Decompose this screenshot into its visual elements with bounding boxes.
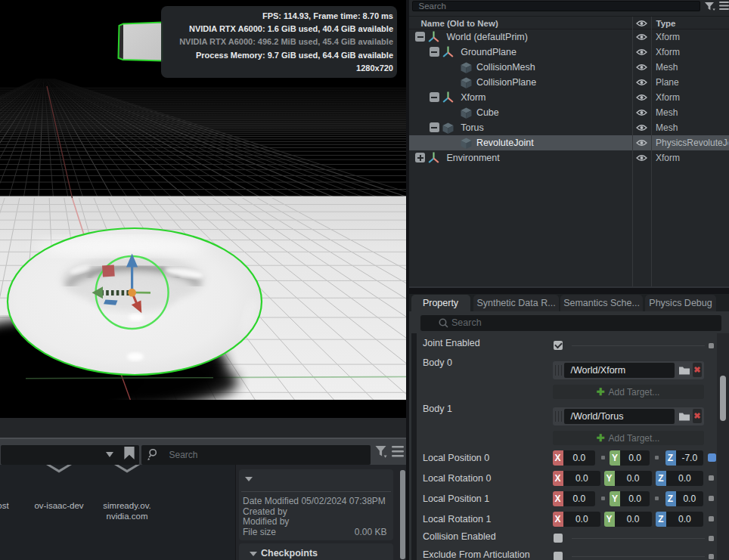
local-position-0-y-field[interactable]: Y 0.0 (610, 450, 650, 466)
stage-search-input[interactable]: Search (412, 1, 700, 11)
local-rotation-1-x-field[interactable]: X 0.0 (553, 512, 601, 527)
local-rotation-0-y-field[interactable]: Y 0.0 (604, 471, 652, 486)
body0-add-target-button[interactable]: ✚Add Target... (553, 385, 704, 399)
collapse-toggle[interactable] (430, 47, 439, 57)
checkpoints-caret-icon[interactable] (250, 552, 257, 556)
axis-value[interactable]: 0.0 (563, 471, 601, 486)
body1-remove-button[interactable]: ✖ (693, 409, 703, 423)
tab-physics-debug[interactable]: Physics Debug (645, 295, 716, 311)
content-browser-file-grid[interactable]: ost ov-isaac-dev simready.ov. nvidia.com (0, 465, 235, 560)
axis-value[interactable]: 0.0 (620, 450, 650, 466)
stage-row-torus[interactable]: Torus Mesh (409, 120, 729, 135)
expand-toggle[interactable] (415, 153, 425, 162)
body0-target-path[interactable]: /World/Xform (564, 363, 675, 378)
visibility-eye-icon[interactable] (636, 154, 647, 162)
axis-value[interactable]: 0.0 (666, 471, 703, 486)
default-value-indicator[interactable] (709, 516, 714, 521)
body0-folder-icon[interactable] (678, 364, 690, 376)
bookmark-icon[interactable] (124, 447, 135, 459)
axis-value[interactable]: 0.0 (563, 450, 596, 466)
details-scrollbar-thumb[interactable] (400, 470, 405, 559)
breadcrumb-path-field[interactable] (1, 445, 139, 465)
body1-add-target-button[interactable]: ✚Add Target... (553, 431, 704, 445)
stage-row-world-defaultprim-[interactable]: World (defaultPrim) Xform (409, 29, 729, 45)
changed-value-indicator[interactable] (708, 453, 716, 462)
joint-enabled-checkbox[interactable] (554, 341, 563, 350)
local-rotation-1-z-field[interactable]: Z 0.0 (656, 512, 703, 527)
axis-badge-y: Y (610, 491, 620, 506)
collision-enabled-default-indicator[interactable] (709, 536, 714, 541)
axis-value[interactable]: 0.0 (676, 491, 704, 506)
column-header-name[interactable]: Name (Old to New) (421, 19, 498, 28)
search-icon (439, 318, 448, 328)
local-position-0-z-field[interactable]: Z -7.0 (665, 450, 704, 466)
tab-synthetic-data-r-[interactable]: Synthetic Data R... (473, 295, 559, 311)
stage-options-menu-icon[interactable] (719, 2, 729, 10)
axis-badge-z: Z (656, 512, 666, 527)
options-menu-icon[interactable] (392, 446, 404, 457)
exclude-articulation-checkbox[interactable] (554, 552, 563, 560)
local-position-1-x-field[interactable]: X 0.0 (553, 491, 596, 506)
collapse-toggle[interactable] (430, 122, 439, 132)
vector-row-label: Local Rotation 1 (423, 514, 491, 524)
body0-remove-button[interactable]: ✖ (693, 363, 703, 377)
checkpoints-header[interactable]: Checkpoints (261, 548, 318, 558)
axis-value[interactable]: 0.0 (615, 512, 652, 527)
body1-folder-icon[interactable] (678, 410, 690, 422)
collision-enabled-checkbox[interactable] (554, 534, 563, 543)
default-value-indicator[interactable] (709, 496, 714, 501)
stage-row-revolutejoint[interactable]: RevoluteJoint PhysicsRevoluteJoint (409, 135, 729, 150)
axis-value[interactable]: 0.0 (615, 471, 652, 486)
grid-item-label: simready.ov. nvidia.com (103, 501, 150, 521)
local-rotation-0-x-field[interactable]: X 0.0 (553, 471, 601, 486)
local-position-1-y-field[interactable]: Y 0.0 (610, 491, 650, 506)
prim-name: Torus (461, 122, 484, 133)
visibility-eye-icon[interactable] (636, 109, 647, 116)
viewport-3d[interactable]: FPS: 114.93, Frame time: 8.70 ms NVIDIA … (0, 0, 406, 418)
visibility-eye-icon[interactable] (636, 124, 647, 131)
collapse-toggle[interactable] (430, 92, 439, 102)
axis-value[interactable]: 0.0 (666, 512, 703, 527)
stage-row-collisionmesh[interactable]: CollisionMesh Mesh (409, 60, 729, 75)
stage-row-collisionplane[interactable]: CollisionPlane Plane (409, 75, 729, 90)
axis-value[interactable]: 0.0 (563, 491, 596, 506)
stage-row-xform[interactable]: Xform Xform (409, 90, 729, 105)
column-header-type[interactable]: Type (656, 19, 676, 28)
axis-value[interactable]: 0.0 (620, 491, 650, 506)
chevron-down-icon[interactable] (106, 452, 113, 457)
visibility-eye-icon[interactable] (636, 79, 647, 86)
cube-mesh[interactable] (119, 23, 163, 61)
stage-filter-icon[interactable] (703, 2, 716, 11)
body0-drag-grip[interactable] (555, 365, 563, 376)
local-rotation-1-y-field[interactable]: Y 0.0 (604, 512, 652, 527)
axis-value[interactable]: 0.0 (563, 512, 601, 527)
local-position-0-x-field[interactable]: X 0.0 (553, 450, 596, 466)
visibility-eye-icon[interactable] (636, 33, 647, 41)
visibility-eye-icon[interactable] (636, 94, 647, 101)
visibility-eye-icon[interactable] (636, 48, 647, 56)
visibility-eye-icon[interactable] (636, 63, 647, 71)
mesh-icon (460, 61, 473, 74)
local-rotation-0-z-field[interactable]: Z 0.0 (656, 471, 703, 486)
tab-semantics-sche-[interactable]: Semantics Sche... (560, 295, 643, 311)
grid-item-simready[interactable]: simready.ov. nvidia.com (82, 491, 172, 522)
stage-row-environment[interactable]: Environment Xform (409, 150, 729, 166)
collapse-caret-icon[interactable] (245, 477, 253, 481)
content-browser-search-input[interactable]: Search (141, 445, 371, 465)
default-value-indicator[interactable] (709, 475, 714, 481)
axis-value[interactable]: -7.0 (676, 450, 704, 466)
filter-icon[interactable] (374, 444, 387, 459)
exclude-articulation-default-indicator[interactable] (709, 554, 714, 559)
collapse-toggle[interactable] (415, 32, 425, 42)
property-scrollbar-thumb[interactable] (720, 376, 726, 421)
visibility-eye-icon[interactable] (636, 139, 647, 147)
vector-rows: Local Position 0 X 0.0 Y 0.0 Z -7.0Local… (409, 450, 729, 532)
local-position-1-z-field[interactable]: Z 0.0 (665, 491, 704, 506)
property-search-input[interactable]: Search (420, 315, 721, 331)
body1-target-path[interactable]: /World/Torus (564, 409, 675, 424)
joint-enabled-default-indicator[interactable] (709, 343, 714, 348)
stage-row-cube[interactable]: Cube Mesh (409, 105, 729, 120)
tab-property[interactable]: Property (411, 295, 470, 311)
stage-row-groundplane[interactable]: GroundPlane Xform (409, 45, 729, 60)
body1-drag-grip[interactable] (555, 411, 563, 422)
